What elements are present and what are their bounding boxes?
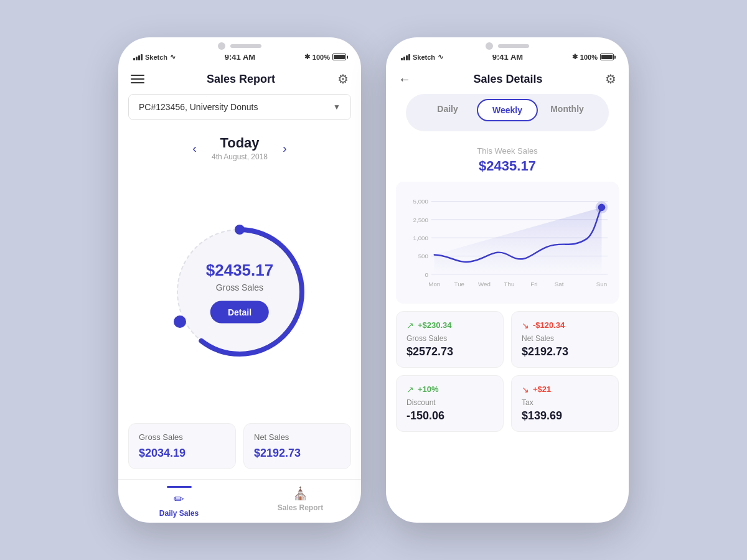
tab-weekly[interactable]: Weekly xyxy=(477,99,538,121)
svg-text:Sat: Sat xyxy=(555,281,564,287)
gear-icon-2[interactable]: ⚙ xyxy=(605,72,616,86)
svg-text:Thu: Thu xyxy=(504,281,515,287)
svg-text:Tue: Tue xyxy=(454,281,464,287)
detail-stat-net-header: ↘ -$120.34 xyxy=(522,320,608,330)
circle-center: $2435.17 Gross Sales Detail xyxy=(206,260,273,323)
trend-value-net: -$120.34 xyxy=(533,320,565,330)
tab-monthly[interactable]: Monthly xyxy=(538,99,596,121)
detail-stat-value-gross: $2572.73 xyxy=(406,345,493,358)
date-sub: 4th August, 2018 xyxy=(212,152,268,161)
notch-camera-2 xyxy=(486,42,493,50)
svg-text:Sun: Sun xyxy=(596,281,607,287)
arc-start-dot xyxy=(235,225,245,235)
trend-value-discount: +10% xyxy=(418,385,439,394)
stat-label-gross: Gross Sales xyxy=(139,432,225,442)
svg-text:Wed: Wed xyxy=(478,281,491,287)
dropdown-value: PC#123456, University Donuts xyxy=(139,102,258,112)
svg-text:500: 500 xyxy=(418,253,429,259)
stat-value-net: $2192.73 xyxy=(254,447,341,460)
battery-fill-2 xyxy=(601,55,613,59)
date-title: Today 4th August, 2018 xyxy=(212,135,268,161)
carrier-1: Sketch xyxy=(145,54,167,61)
trend-arrow-down-net: ↘ xyxy=(522,320,529,330)
nav-bar-2: ← Sales Details ⚙ xyxy=(386,67,629,94)
detail-stat-net: ↘ -$120.34 Net Sales $2192.73 xyxy=(511,311,619,368)
week-sales-value: $2435.17 xyxy=(386,158,629,174)
wifi-icon-2: ∿ xyxy=(438,53,443,61)
hamburger-line-1 xyxy=(131,75,144,76)
detail-stat-type-net: Net Sales xyxy=(522,334,608,343)
detail-stat-gross-header: ↗ +$230.34 xyxy=(406,320,493,330)
date-main: Today xyxy=(212,135,268,151)
svg-text:0: 0 xyxy=(425,271,429,278)
tab-active-indicator xyxy=(167,486,192,488)
stat-label-net: Net Sales xyxy=(254,432,341,442)
nav-title-2: Sales Details xyxy=(473,73,542,86)
trend-value-gross: +$230.34 xyxy=(418,320,452,330)
dropdown-arrow-icon: ▼ xyxy=(333,103,341,111)
sales-report-label: Sales Report xyxy=(278,503,323,512)
chart-end-glow xyxy=(596,202,608,214)
detail-stat-discount: ↗ +10% Discount -150.06 xyxy=(396,375,504,432)
carrier-2: Sketch xyxy=(413,54,435,61)
trend-value-tax: +$21 xyxy=(533,385,551,394)
detail-stat-discount-header: ↗ +10% xyxy=(406,385,493,394)
battery-pct-2: 100% xyxy=(580,54,598,61)
detail-stat-type-tax: Tax xyxy=(522,398,608,407)
notch-speaker-2 xyxy=(498,44,529,48)
signal-icon-2 xyxy=(401,54,410,60)
hamburger-icon[interactable] xyxy=(131,75,144,83)
period-tabs-wrapper: Daily Weekly Monthly xyxy=(386,94,629,136)
detail-stat-type-discount: Discount xyxy=(406,398,493,407)
detail-stats-grid: ↗ +$230.34 Gross Sales $2572.73 ↘ -$120.… xyxy=(386,304,629,439)
next-date-button[interactable]: › xyxy=(283,141,287,156)
back-button[interactable]: ← xyxy=(398,72,411,86)
circle-amount: $2435.17 xyxy=(206,260,273,279)
gear-icon-1[interactable]: ⚙ xyxy=(337,72,349,86)
tab-sales-report[interactable]: ⛪ Sales Report xyxy=(240,486,361,518)
daily-sales-icon: ✏ xyxy=(174,492,184,506)
detail-stat-value-net: $2192.73 xyxy=(522,345,608,358)
date-nav: ‹ Today 4th August, 2018 › xyxy=(118,130,361,164)
detail-stat-value-discount: -150.06 xyxy=(406,409,493,422)
detail-stat-type-gross: Gross Sales xyxy=(406,334,493,343)
wifi-icon-1: ∿ xyxy=(170,53,176,61)
phones-container: Sketch ∿ 9:41 AM ✱ 100% Sales Report ⚙ xyxy=(106,25,641,535)
detail-stat-tax-header: ↘ +$21 xyxy=(522,385,608,394)
detail-stat-gross: ↗ +$230.34 Gross Sales $2572.73 xyxy=(396,311,504,368)
period-tabs: Daily Weekly Monthly xyxy=(406,94,609,131)
svg-text:Fri: Fri xyxy=(530,281,537,287)
nav-title-1: Sales Report xyxy=(207,73,275,86)
phone-1-notch xyxy=(193,37,286,55)
tab-daily[interactable]: Daily xyxy=(418,99,477,121)
svg-text:5,000: 5,000 xyxy=(413,198,429,205)
nav-bar-1: Sales Report ⚙ xyxy=(118,67,361,94)
sales-report-icon: ⛪ xyxy=(293,486,308,501)
chart-svg: 5,000 2,500 1,000 500 0 xyxy=(401,189,614,299)
location-dropdown[interactable]: PC#123456, University Donuts ▼ xyxy=(128,94,351,120)
stat-card-gross: Gross Sales $2034.19 xyxy=(128,423,236,469)
stat-card-net: Net Sales $2192.73 xyxy=(243,423,351,469)
circle-chart: $2435.17 Gross Sales Detail xyxy=(165,217,314,366)
status-right-2: ✱ 100% xyxy=(572,53,614,61)
hamburger-line-2 xyxy=(131,78,144,80)
battery-icon-2 xyxy=(600,54,614,60)
circle-label: Gross Sales xyxy=(206,282,273,292)
stats-row-1: Gross Sales $2034.19 Net Sales $2192.73 xyxy=(118,423,361,479)
tab-daily-sales[interactable]: ✏ Daily Sales xyxy=(118,486,240,518)
weekly-chart: 5,000 2,500 1,000 500 0 xyxy=(396,182,619,304)
stat-value-gross: $2034.19 xyxy=(139,447,225,460)
arc-end-dot xyxy=(174,315,186,328)
daily-sales-label: Daily Sales xyxy=(159,509,199,518)
prev-date-button[interactable]: ‹ xyxy=(192,141,197,156)
battery-fill-1 xyxy=(334,55,345,59)
phone-2-notch xyxy=(461,37,554,55)
detail-button[interactable]: Detail xyxy=(210,301,269,323)
battery-pct-1: 100% xyxy=(312,54,330,61)
hamburger-line-3 xyxy=(131,82,144,83)
notch-speaker xyxy=(230,44,261,48)
circle-chart-container: $2435.17 Gross Sales Detail xyxy=(118,164,361,423)
trend-arrow-down-tax: ↘ xyxy=(522,385,529,394)
svg-text:2,500: 2,500 xyxy=(413,217,429,223)
svg-text:1,000: 1,000 xyxy=(413,235,429,241)
